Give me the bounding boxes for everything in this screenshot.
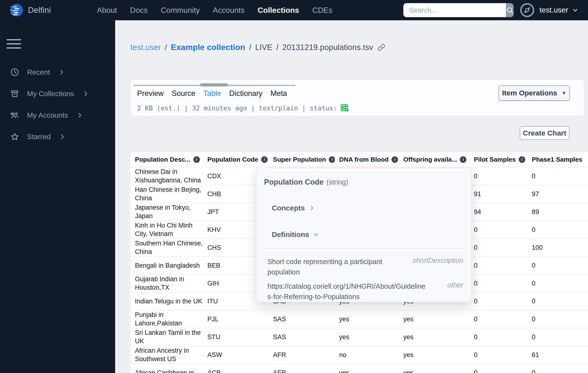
star-icon xyxy=(10,132,19,141)
column-header-population-code[interactable]: Population Code i xyxy=(203,152,269,167)
brand[interactable]: Delfini xyxy=(10,3,51,17)
cell-population-desc: Japanese in Tokyo, Japan xyxy=(131,203,203,220)
hamburger-menu-icon[interactable] xyxy=(7,39,21,49)
tab-table[interactable]: Table xyxy=(203,89,221,98)
cell-phase1-samples: 0 xyxy=(527,167,588,185)
tab-preview[interactable]: Preview xyxy=(137,89,164,98)
nav-item-cdes[interactable]: CDEs xyxy=(312,6,333,15)
cell-phase1-samples: 89 xyxy=(527,203,588,220)
breadcrumb-status[interactable]: LIVE xyxy=(255,43,273,52)
cell-population-code: ACB xyxy=(203,364,269,373)
nav-item-community[interactable]: Community xyxy=(161,6,200,15)
cell-population-code: PJL xyxy=(203,310,269,328)
nav-links: About Docs Community Accounts Collection… xyxy=(97,6,332,15)
column-label: DNA from Blood xyxy=(339,156,388,163)
box-icon xyxy=(10,89,19,98)
cell-population-desc: Chinese Dai in Xishuangbanna, China xyxy=(131,167,203,185)
compass-icon xyxy=(520,3,535,18)
chevron-right-icon xyxy=(82,90,89,97)
definition-row: https://catalog.coriell.org/1/NHGRI/Abou… xyxy=(267,281,463,302)
cell-super-population: SAS xyxy=(269,310,335,328)
popover-type: (string) xyxy=(326,178,348,186)
column-label: Population Code xyxy=(207,156,258,163)
create-chart-label: Create Chart xyxy=(523,129,566,137)
delfini-logo-icon xyxy=(10,3,24,17)
cell-pilot-samples: 94 xyxy=(470,203,527,220)
info-icon[interactable]: i xyxy=(329,156,335,163)
tab-dictionary[interactable]: Dictionary xyxy=(229,89,262,98)
cell-pilot-samples: 0 xyxy=(470,257,527,274)
item-meta-text: 2 KB (est.) | 32 minutes ago | text/plai… xyxy=(137,104,337,112)
cell-offspring: yes xyxy=(399,328,470,346)
column-header-dna-from-blood[interactable]: DNA from Blood i xyxy=(335,152,399,167)
sidebar-item-my-collections[interactable]: My Collections xyxy=(0,89,115,99)
chevron-right-icon xyxy=(58,69,65,76)
cell-phase1-samples: 97 xyxy=(527,185,588,203)
column-header-super-population[interactable]: Super Population i xyxy=(269,152,335,167)
sidebar-item-starred[interactable]: Starred xyxy=(0,132,115,142)
cell-pilot-samples: 91 xyxy=(470,185,527,203)
chevron-right-icon xyxy=(59,133,66,140)
cell-population-desc: Indian Telugu in the UK xyxy=(131,293,203,310)
table-row[interactable]: African Caribbean in ACB AFR yes yes 0 0 xyxy=(131,363,588,373)
users-icon xyxy=(10,111,19,120)
popover-divider xyxy=(263,248,465,249)
user-menu[interactable]: test.user xyxy=(520,3,578,18)
table-row[interactable]: African Ancestry in Southwest US ASW AFR… xyxy=(131,346,588,363)
cell-super-population: AFR xyxy=(269,364,335,373)
info-icon[interactable]: i xyxy=(460,156,466,163)
create-chart-button[interactable]: Create Chart xyxy=(520,126,569,140)
item-operations-button[interactable]: Item Operations ▼ xyxy=(498,85,570,101)
popover-definitions-expander[interactable]: Definitions xyxy=(272,230,319,239)
column-header-phase1-samples[interactable]: Phase1 Samples xyxy=(527,152,588,167)
column-header-population-desc[interactable]: Population Desc... i xyxy=(131,152,203,167)
popover-title: Population Code xyxy=(264,178,324,186)
info-icon[interactable]: i xyxy=(193,156,200,163)
status-ok-table-icon xyxy=(341,104,349,112)
breadcrumb-user[interactable]: test.user xyxy=(130,43,161,52)
username: test.user xyxy=(539,6,568,14)
link-icon[interactable] xyxy=(378,44,385,51)
column-header-pilot-samples[interactable]: Pilot Samples i xyxy=(470,152,527,167)
info-icon[interactable]: i xyxy=(391,156,398,163)
tabs-scrollbar-thumb[interactable] xyxy=(200,83,228,87)
tab-meta[interactable]: Meta xyxy=(270,89,287,98)
popover-concepts-expander[interactable]: Concepts xyxy=(272,204,315,212)
nav-item-about[interactable]: About xyxy=(97,6,117,15)
sidebar-item-label: Recent xyxy=(27,68,50,76)
cell-population-desc: Southern Han Chinese, China xyxy=(131,239,203,256)
sidebar-item-recent[interactable]: Recent xyxy=(0,67,115,77)
cell-population-code: STU xyxy=(203,328,269,346)
cell-phase1-samples: 61 xyxy=(527,346,588,363)
table-row[interactable]: Sri Lankan Tamil in the UK STU SAS yes y… xyxy=(131,328,588,346)
cell-dna-from-blood: yes xyxy=(335,328,399,346)
nav-item-docs[interactable]: Docs xyxy=(130,6,148,15)
cell-phase1-samples: 0 xyxy=(527,257,588,274)
info-icon[interactable]: i xyxy=(519,156,525,163)
breadcrumb-collection[interactable]: Example collection xyxy=(171,43,245,52)
column-header-offspring[interactable]: Offspring availa... i xyxy=(399,152,470,167)
search-box xyxy=(403,3,498,17)
sidebar-item-my-accounts[interactable]: My Accounts xyxy=(0,110,115,120)
cell-phase1-samples: 0 xyxy=(527,364,588,373)
breadcrumb-separator: / xyxy=(276,43,278,52)
definition-source: other xyxy=(426,281,463,302)
breadcrumb: test.user / Example collection / LIVE / … xyxy=(130,43,385,52)
table-row[interactable]: Punjabi in Lahore,Pakistan PJL SAS yes y… xyxy=(131,310,588,328)
info-icon[interactable]: i xyxy=(261,156,268,163)
tab-list: Preview Source Table Dictionary Meta xyxy=(137,89,287,98)
search-input[interactable] xyxy=(403,3,506,17)
breadcrumb-file[interactable]: 20131219.populations.tsv xyxy=(283,43,373,52)
definition-text: https://catalog.coriell.org/1/NHGRI/Abou… xyxy=(267,281,426,302)
cell-pilot-samples: 0 xyxy=(470,346,527,363)
tab-source[interactable]: Source xyxy=(172,89,195,98)
chevron-down-icon xyxy=(313,231,319,238)
search-button[interactable] xyxy=(506,3,514,17)
nav-item-accounts[interactable]: Accounts xyxy=(213,6,245,15)
caret-down-icon: ▼ xyxy=(561,90,566,96)
cell-dna-from-blood: yes xyxy=(335,364,399,373)
item-tabs-card: Preview Source Table Dictionary Meta 2 K… xyxy=(130,80,584,116)
cell-population-desc: Punjabi in Lahore,Pakistan xyxy=(131,310,203,328)
nav-item-collections[interactable]: Collections xyxy=(258,6,299,15)
column-label: Pilot Samples xyxy=(474,156,516,163)
